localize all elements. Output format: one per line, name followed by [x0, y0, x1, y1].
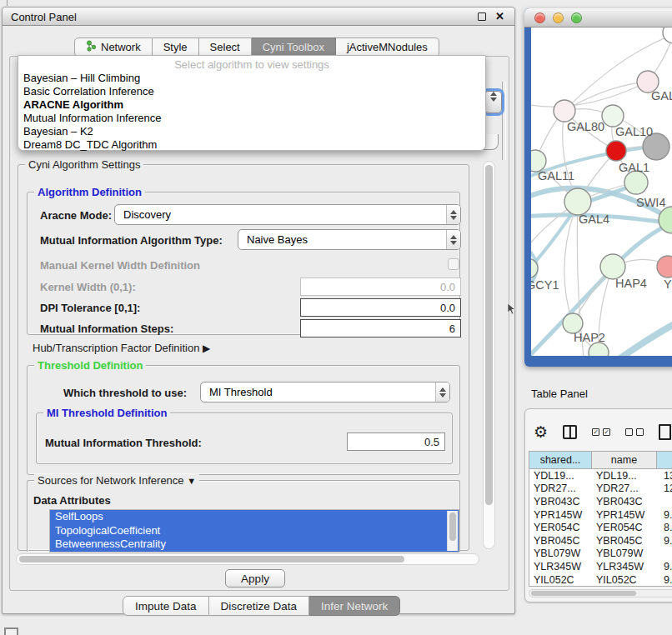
deselect-all-checkboxes-icon[interactable]: [625, 428, 644, 436]
close-icon[interactable]: ✕: [495, 10, 504, 22]
data-attributes-label: Data Attributes: [33, 494, 111, 507]
table-cell: YDR27...: [529, 482, 592, 496]
table-cell: YDR27...: [592, 482, 657, 496]
tab-infer-network[interactable]: Infer Network: [309, 596, 400, 616]
tab-discretize-data[interactable]: Discretize Data: [209, 596, 310, 616]
dropdown-item[interactable]: Mutual Information Inference: [18, 112, 485, 125]
network-node[interactable]: [589, 342, 609, 356]
dpi-tolerance-input[interactable]: 0.0: [300, 298, 461, 317]
minimized-panel-icon[interactable]: [4, 628, 18, 635]
tab-style[interactable]: Style: [153, 38, 199, 57]
network-node[interactable]: [600, 254, 625, 279]
which-threshold-combobox[interactable]: MI Threshold: [200, 382, 450, 402]
dropdown-item-selected[interactable]: ARACNE Algorithm: [18, 98, 485, 112]
table-row[interactable]: YBL079WYBL079W: [529, 548, 672, 561]
network-node[interactable]: [663, 28, 672, 43]
manual-kernel-checkbox[interactable]: [448, 258, 459, 270]
tab-jactivemnodules[interactable]: jActiveMNodules: [336, 38, 439, 57]
mi-threshold-input[interactable]: 0.5: [347, 432, 445, 451]
table-cell: YBR045C: [592, 534, 657, 548]
network-node-label: HAP2: [574, 331, 605, 344]
table-cell: YBR045C: [529, 534, 592, 548]
table-row[interactable]: YDL19...YDL19...13: [529, 469, 672, 482]
obscured-combobox-button[interactable]: [484, 91, 502, 113]
table-panel-title: Table Panel: [531, 388, 588, 400]
column-header-name[interactable]: name: [592, 452, 657, 469]
network-node[interactable]: [624, 171, 648, 194]
control-panel-titlebar[interactable]: Control Panel ✕: [3, 8, 514, 26]
network-edge[interactable]: [621, 315, 672, 356]
table-row[interactable]: YDR27...YDR27...12: [529, 482, 672, 496]
attribute-item[interactable]: gal4RGexp: [50, 552, 459, 553]
attribute-list-scrollbar[interactable]: [447, 511, 458, 551]
network-node[interactable]: [564, 188, 591, 215]
network-tab-icon: [86, 40, 97, 54]
tab-select[interactable]: Select: [199, 38, 252, 57]
table-row[interactable]: YIL052CYIL052C9.: [529, 573, 672, 587]
attribute-item[interactable]: TopologicalCoefficient: [50, 524, 459, 538]
apply-button[interactable]: Apply: [225, 569, 285, 588]
dropdown-item[interactable]: Bayesian – Hill Climbing: [18, 72, 485, 85]
table-cell: 13: [657, 469, 672, 482]
settings-vertical-scrollbar[interactable]: [483, 161, 495, 549]
tab-cyni-toolbox[interactable]: Cyni Toolbox: [252, 38, 336, 57]
float-window-icon[interactable]: [478, 12, 486, 21]
algorithm-definition-title: Algorithm Definition: [34, 186, 145, 198]
zoom-traffic-light-icon[interactable]: [571, 12, 582, 23]
table-cell: YER054C: [592, 521, 657, 534]
network-node[interactable]: [657, 256, 672, 278]
table-row[interactable]: YLR345WYLR345W9.: [529, 560, 672, 573]
table-row[interactable]: YBR045CYBR045C9.: [529, 534, 672, 548]
column-header-shared-name[interactable]: shared...: [529, 452, 592, 469]
minimize-traffic-light-icon[interactable]: [553, 12, 564, 23]
tab-impute-data[interactable]: Impute Data: [123, 596, 209, 616]
table-cell: YIL052C: [592, 573, 657, 587]
network-node-label: SWI4: [636, 196, 665, 209]
network-edge[interactable]: [531, 82, 648, 107]
document-icon[interactable]: [659, 424, 671, 440]
gear-icon[interactable]: ⚙: [534, 424, 548, 440]
network-window-titlebar[interactable]: [524, 8, 672, 28]
network-node-label: GAL10: [615, 125, 653, 138]
cyni-algorithm-settings-group: Cyni Algorithm Settings Algorithm Defini…: [18, 164, 469, 551]
sources-group: Sources for Network Inference ▼ Data Att…: [27, 480, 460, 552]
control-panel-title: Control Panel: [11, 11, 77, 23]
algorithm-definition-group: Algorithm Definition Aracne Mode: Discov…: [27, 192, 460, 335]
attribute-item[interactable]: BetweennessCentrality: [50, 538, 459, 552]
column-header-partial[interactable]: A: [657, 452, 672, 469]
table-row[interactable]: YBR043CYBR043C: [529, 495, 672, 508]
table-cell: YBL079W: [529, 548, 592, 561]
table-horizontal-scrollbar[interactable]: [529, 589, 672, 598]
table-row[interactable]: YPR145WYPR145W9.: [529, 508, 672, 522]
network-node-label: GAL80: [567, 120, 604, 133]
hub-definition-toggle[interactable]: Hub/Transcription Factor Definition ▶: [33, 342, 210, 354]
mi-type-combobox[interactable]: Naive Bayes: [238, 229, 461, 250]
mi-steps-input[interactable]: 6: [300, 319, 461, 338]
threshold-definition-title: Threshold Definition: [34, 359, 146, 372]
attribute-item[interactable]: SelfLoops: [50, 510, 459, 524]
network-edge[interactable]: [564, 82, 648, 111]
tab-network[interactable]: Network: [74, 38, 153, 57]
table-cell: YPR145W: [592, 508, 657, 522]
table-cell: [657, 495, 672, 508]
sources-title[interactable]: Sources for Network Inference ▼: [34, 474, 199, 487]
table-cell: YPR145W: [529, 508, 592, 522]
network-node[interactable]: [602, 105, 624, 127]
dropdown-item[interactable]: Bayesian – K2: [18, 125, 485, 138]
column-layout-icon[interactable]: [563, 425, 577, 439]
dropdown-item[interactable]: Dream8 DC_TDC Algorithm: [18, 138, 485, 152]
combo-stepper-icon: [446, 230, 460, 249]
dropdown-item[interactable]: Basic Correlation Inference: [18, 85, 485, 98]
table-row[interactable]: YER054CYER054C8.: [529, 521, 672, 534]
table-body: YDL19...YDL19...13YDR27...YDR27...12YBR0…: [529, 469, 672, 586]
aracne-mode-combobox[interactable]: Discovery: [114, 204, 461, 225]
network-node[interactable]: [606, 141, 626, 161]
select-all-checkboxes-icon[interactable]: ✓✓: [592, 428, 610, 436]
settings-horizontal-scrollbar[interactable]: [16, 553, 479, 565]
close-traffic-light-icon[interactable]: [534, 12, 545, 23]
network-node[interactable]: [554, 100, 575, 122]
table-cell: 12: [657, 482, 672, 496]
kernel-width-input[interactable]: 0.0: [300, 278, 461, 296]
network-canvas[interactable]: GALGAL80GAL10GAL11GAL1SWI4GAL4GCY1HAP4YH…: [531, 28, 672, 356]
which-threshold-label: Which threshold to use:: [63, 387, 187, 399]
